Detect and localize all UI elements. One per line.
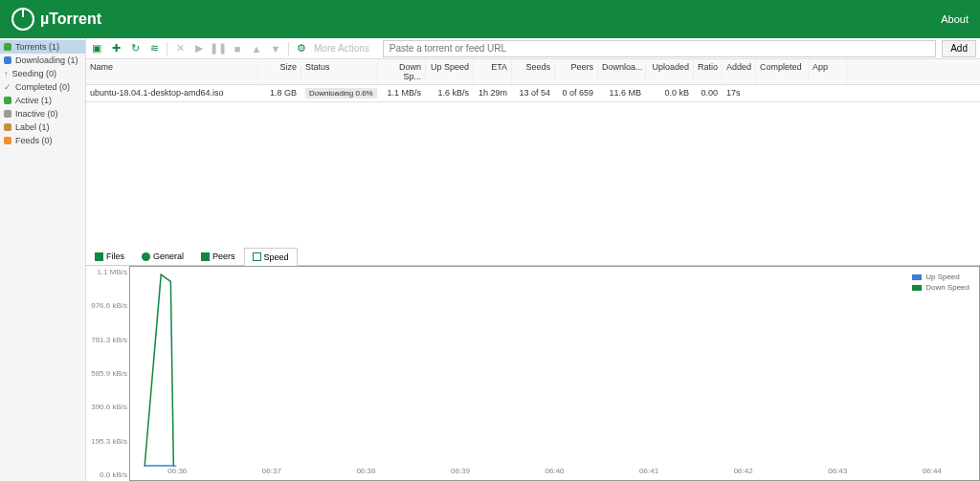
col-ratio[interactable]: Ratio bbox=[694, 59, 723, 84]
col-downloaded[interactable]: Downloa... bbox=[598, 59, 646, 84]
speed-icon bbox=[253, 252, 261, 261]
peers-icon bbox=[201, 252, 210, 261]
speed-chart: 1.1 MB/s 976.6 kB/s 781.3 kB/s 585.9 kB/… bbox=[86, 266, 980, 481]
sidebar-item-label: Completed (0) bbox=[15, 82, 70, 92]
info-icon bbox=[142, 252, 150, 261]
inactive-icon bbox=[4, 110, 11, 118]
downloading-icon bbox=[4, 56, 11, 64]
tab-files[interactable]: Files bbox=[86, 248, 133, 265]
y-tick: 781.3 kB/s bbox=[88, 336, 127, 344]
sidebar-item-feeds[interactable]: Feeds (0) bbox=[0, 134, 85, 147]
cell-name: ubuntu-18.04.1-desktop-amd64.iso bbox=[86, 85, 258, 101]
start-icon[interactable]: ▶ bbox=[192, 42, 206, 55]
legend-down: Down Speed bbox=[912, 283, 969, 292]
cell-downloaded: 11.6 MB bbox=[598, 85, 646, 101]
main-layout: Torrents (1) Downloading (1) ↑ Seeding (… bbox=[0, 38, 980, 481]
cell-up-speed: 1.6 kB/s bbox=[426, 85, 474, 101]
x-tick: 06:44 bbox=[885, 467, 980, 480]
legend-swatch-down bbox=[912, 285, 922, 291]
y-tick: 390.6 kB/s bbox=[88, 403, 127, 411]
col-app[interactable]: App bbox=[809, 59, 847, 84]
y-axis: 1.1 MB/s 976.6 kB/s 781.3 kB/s 585.9 kB/… bbox=[86, 266, 129, 481]
grid-header: Name Size Status Down Sp... Up Speed ETA… bbox=[86, 59, 980, 85]
stop-icon[interactable]: ■ bbox=[231, 42, 244, 55]
sidebar-item-completed[interactable]: ✓ Completed (0) bbox=[0, 80, 85, 94]
sidebar-item-active[interactable]: Active (1) bbox=[0, 94, 85, 107]
refresh-icon[interactable]: ↻ bbox=[128, 42, 142, 55]
cell-uploaded: 0.0 kB bbox=[646, 85, 694, 101]
utorrent-icon bbox=[11, 8, 34, 31]
move-down-icon[interactable]: ▼ bbox=[269, 42, 282, 55]
cell-peers: 0 of 659 bbox=[555, 85, 598, 101]
separator bbox=[288, 42, 289, 55]
sidebar-item-torrents[interactable]: Torrents (1) bbox=[0, 40, 85, 54]
sidebar-item-label: Feeds (0) bbox=[15, 136, 53, 145]
move-up-icon[interactable]: ▲ bbox=[250, 42, 263, 55]
torrents-icon bbox=[4, 43, 11, 51]
label-icon bbox=[4, 123, 11, 131]
col-down-speed[interactable]: Down Sp... bbox=[378, 59, 426, 84]
chart-legend: Up Speed Down Speed bbox=[912, 273, 969, 294]
sidebar-item-downloading[interactable]: Downloading (1) bbox=[0, 54, 85, 67]
sidebar-item-label: Torrents (1) bbox=[15, 42, 59, 52]
cell-seeds: 13 of 54 bbox=[512, 85, 555, 101]
toolbar: ▣ ✚ ↻ ≋ ✕ ▶ ❚❚ ■ ▲ ▼ ⚙ More Actions Add bbox=[86, 38, 980, 59]
detail-tabs: Files General Peers Speed bbox=[86, 248, 980, 266]
add-torrent-icon[interactable]: ▣ bbox=[90, 42, 103, 55]
col-added[interactable]: Added bbox=[723, 59, 756, 84]
feeds-icon bbox=[4, 137, 11, 144]
cell-size: 1.8 GB bbox=[258, 85, 301, 101]
tab-speed[interactable]: Speed bbox=[244, 248, 298, 266]
col-status[interactable]: Status bbox=[301, 59, 378, 84]
y-tick: 585.9 kB/s bbox=[88, 369, 127, 378]
url-input[interactable] bbox=[383, 40, 936, 57]
x-axis: 06:36 06:37 06:38 06:39 06:40 06:41 06:4… bbox=[130, 467, 979, 480]
rss-icon[interactable]: ≋ bbox=[147, 42, 161, 55]
x-tick: 06:42 bbox=[696, 467, 791, 480]
col-name[interactable]: Name bbox=[86, 59, 258, 84]
col-completed[interactable]: Completed bbox=[756, 59, 809, 84]
pause-icon[interactable]: ❚❚ bbox=[212, 42, 225, 55]
cell-status: Downloading 0.6% bbox=[301, 85, 378, 101]
legend-up: Up Speed bbox=[912, 273, 969, 281]
cell-app bbox=[809, 85, 847, 101]
spacer bbox=[86, 102, 980, 248]
separator bbox=[167, 42, 167, 55]
delete-icon[interactable]: ✕ bbox=[173, 42, 187, 55]
legend-swatch-up bbox=[912, 274, 922, 280]
settings-icon[interactable]: ⚙ bbox=[295, 42, 308, 55]
chart-plot-area: Up Speed Down Speed 06:36 06:37 06:38 06… bbox=[129, 266, 980, 481]
x-tick: 06:36 bbox=[130, 467, 225, 480]
col-seeds[interactable]: Seeds bbox=[512, 59, 555, 84]
y-tick: 0.0 kB/s bbox=[88, 470, 127, 479]
x-tick: 06:41 bbox=[602, 467, 697, 480]
down-speed-line bbox=[145, 274, 173, 467]
y-tick: 195.3 kB/s bbox=[88, 437, 127, 446]
sidebar-item-label[interactable]: Label (1) bbox=[0, 120, 85, 134]
files-icon bbox=[95, 252, 103, 261]
tab-peers[interactable]: Peers bbox=[192, 248, 244, 265]
sidebar: Torrents (1) Downloading (1) ↑ Seeding (… bbox=[0, 38, 86, 481]
table-row[interactable]: ubuntu-18.04.1-desktop-amd64.iso 1.8 GB … bbox=[86, 85, 980, 101]
chart-svg bbox=[130, 267, 979, 467]
col-uploaded[interactable]: Uploaded bbox=[646, 59, 694, 84]
x-tick: 06:37 bbox=[225, 467, 320, 480]
more-actions-label[interactable]: More Actions bbox=[314, 43, 369, 54]
logo-text: µTorrent bbox=[40, 11, 101, 28]
torrent-grid: Name Size Status Down Sp... Up Speed ETA… bbox=[86, 59, 980, 102]
x-tick: 06:43 bbox=[791, 467, 885, 480]
col-peers[interactable]: Peers bbox=[555, 59, 598, 84]
col-eta[interactable]: ETA bbox=[474, 59, 512, 84]
col-up-speed[interactable]: Up Speed bbox=[426, 59, 474, 84]
app-header: µTorrent About bbox=[0, 0, 980, 38]
about-link[interactable]: About bbox=[941, 13, 969, 25]
sidebar-item-inactive[interactable]: Inactive (0) bbox=[0, 107, 85, 120]
tab-general[interactable]: General bbox=[133, 248, 192, 265]
col-size[interactable]: Size bbox=[258, 59, 301, 84]
sidebar-item-label: Seeding (0) bbox=[12, 69, 57, 78]
create-icon[interactable]: ✚ bbox=[109, 42, 122, 55]
sidebar-item-seeding[interactable]: ↑ Seeding (0) bbox=[0, 67, 85, 80]
y-tick: 976.6 kB/s bbox=[88, 301, 127, 310]
add-button[interactable]: Add bbox=[942, 40, 976, 57]
sidebar-item-label: Downloading (1) bbox=[15, 55, 78, 65]
